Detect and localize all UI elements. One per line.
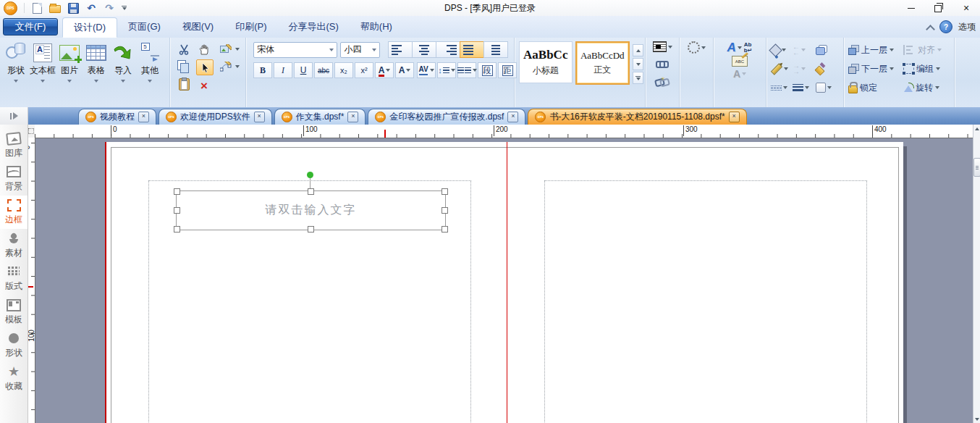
sidebar-item-border[interactable]: 边框	[0, 196, 28, 229]
tab-view[interactable]: 视图(V)	[172, 16, 224, 38]
close-tab-icon[interactable]: ×	[254, 112, 265, 122]
doc-tab-welcome[interactable]: DPS 欢迎使用DPS软件 ×	[159, 109, 272, 125]
resize-handle-w[interactable]	[174, 207, 180, 214]
close-button[interactable]: ×	[952, 0, 980, 16]
insert-other-button[interactable]: 5 其他	[137, 41, 163, 110]
align-center-button[interactable]	[412, 41, 436, 58]
design-canvas[interactable]: 请双击输入文字	[35, 138, 973, 423]
italic-button[interactable]: I	[274, 62, 292, 78]
text-direction-button[interactable]: Abb↵	[744, 42, 753, 54]
scroll-up-icon[interactable]	[974, 126, 979, 131]
group-objects-button[interactable]: 编组	[903, 63, 952, 75]
pan-hand-button[interactable]	[196, 42, 212, 56]
delete-button[interactable]: ×	[196, 78, 212, 93]
resize-handle-e[interactable]	[442, 207, 448, 214]
sidebar-item-favorites[interactable]: ★收藏	[0, 362, 28, 395]
selected-text-box[interactable]: 请双击输入文字	[176, 190, 446, 230]
format-painter-button[interactable]	[816, 64, 825, 74]
edit-text-button[interactable]: ABC	[732, 56, 748, 67]
paste-button[interactable]	[176, 77, 192, 91]
scrollbar-thumb[interactable]	[973, 158, 980, 177]
new-document-button[interactable]	[31, 2, 43, 14]
insert-picture-button[interactable]: 图片	[56, 41, 83, 110]
open-document-button[interactable]	[49, 2, 61, 14]
unlink-textboxes-button[interactable]: ✳	[654, 74, 670, 88]
send-backward-button[interactable]: 下一层	[848, 63, 903, 75]
fill-color-button[interactable]	[771, 46, 786, 55]
copy-button[interactable]	[176, 59, 192, 74]
minimize-button[interactable]	[897, 0, 925, 16]
indent-decrease-button[interactable]: ←←	[793, 44, 806, 56]
resize-handle-sw[interactable]	[174, 226, 180, 233]
lock-button[interactable]: 锁定	[848, 82, 903, 94]
collapse-ribbon-icon[interactable]	[927, 25, 934, 29]
resize-handle-n[interactable]	[308, 188, 314, 195]
node-edit-button[interactable]	[218, 59, 240, 74]
sidebar-item-shape[interactable]: 形状	[0, 329, 28, 362]
dash-style-button[interactable]	[771, 85, 787, 91]
gallery-scroll-down-button[interactable]	[633, 58, 643, 70]
sidebar-item-background[interactable]: 背景	[0, 162, 28, 196]
sidebar-item-layout[interactable]: 版式	[0, 262, 28, 296]
tab-share-export[interactable]: 分享导出(S)	[278, 16, 350, 38]
insert-table-button[interactable]: 表格	[83, 41, 109, 110]
doc-tab-composition[interactable]: DPS 作文集.dpsf* ×	[274, 109, 366, 125]
doc-tab-video-tutorial[interactable]: DPS 视频教程 ×	[78, 109, 156, 125]
options-button[interactable]: 选项	[958, 21, 976, 33]
font-size-select[interactable]: 小四	[340, 42, 380, 58]
restore-button[interactable]	[925, 0, 952, 16]
resize-handle-nw[interactable]	[174, 188, 180, 195]
quick-access-customize-button[interactable]	[122, 6, 127, 10]
text-effect-button[interactable]: A	[395, 62, 414, 78]
tab-print[interactable]: 印刷(P)	[224, 16, 277, 38]
text-style-body[interactable]: AaBbCcDd 正文	[575, 41, 630, 85]
doc-tab-book-active[interactable]: DPS 书-大16开软皮平装-文档20190115-1108.dpsf* ×	[528, 109, 746, 125]
insert-textbox-button[interactable]: A 文本框	[30, 41, 56, 110]
sidebar-item-template[interactable]: 模板	[0, 296, 28, 329]
text-path-button[interactable]	[688, 41, 706, 54]
text-box-placeholder[interactable]: 请双击输入文字	[266, 203, 357, 218]
paragraph-settings-button[interactable]: 段	[478, 62, 497, 78]
sidebar-item-material[interactable]: 素材	[0, 229, 28, 262]
align-right-button[interactable]	[436, 41, 460, 58]
superscript-button[interactable]: x²	[355, 62, 373, 78]
character-spacing-button[interactable]: AV	[417, 62, 436, 78]
layer-style-button[interactable]	[816, 45, 827, 55]
wordart-style-button[interactable]: A	[727, 41, 742, 54]
gallery-scroll-up-button[interactable]	[633, 44, 643, 56]
insert-import-button[interactable]: 导入	[110, 41, 136, 110]
subscript-button[interactable]: x₂	[334, 62, 353, 78]
align-button[interactable]: 对齐	[903, 44, 952, 56]
resize-handle-s[interactable]	[308, 226, 314, 233]
transparency-button[interactable]	[816, 83, 832, 93]
font-color-button[interactable]: A	[375, 62, 394, 78]
rotation-handle[interactable]	[307, 172, 313, 178]
line-weight-button[interactable]	[793, 84, 809, 91]
cut-button[interactable]	[176, 42, 192, 56]
link-textboxes-button[interactable]	[654, 56, 670, 70]
tab-design[interactable]: 设计(D)	[62, 17, 117, 38]
undo-button[interactable]: ↶	[85, 2, 97, 14]
vertical-ruler[interactable]: 0 100	[28, 138, 35, 423]
insert-shape-button[interactable]: 形状	[3, 41, 29, 110]
fit-text-button[interactable]	[483, 41, 508, 58]
line-color-button[interactable]	[771, 67, 788, 72]
close-tab-icon[interactable]: ×	[729, 112, 740, 122]
save-button[interactable]	[67, 2, 79, 14]
resize-handle-se[interactable]	[442, 226, 448, 233]
text-style-subtitle[interactable]: AaBbCc 小标题	[519, 41, 573, 83]
dps-logo-icon[interactable]: DPS	[4, 1, 17, 15]
close-tab-icon[interactable]: ×	[507, 112, 518, 122]
sidebar-item-gallery[interactable]: 图库	[0, 129, 28, 162]
scroll-down-icon[interactable]	[974, 416, 979, 422]
underline-button[interactable]: U	[294, 62, 313, 78]
close-tab-icon[interactable]: ×	[138, 112, 149, 122]
align-left-button[interactable]	[388, 41, 413, 58]
file-menu-button[interactable]: 文件(F)	[3, 18, 58, 35]
redo-button[interactable]: ↷	[104, 2, 115, 14]
bring-forward-button[interactable]: 上一层	[848, 44, 903, 56]
line-spacing-button[interactable]: ↕	[437, 62, 456, 78]
rotate-button[interactable]: 旋转	[903, 82, 952, 94]
columns-button[interactable]	[457, 62, 476, 78]
picture-tool-button[interactable]	[218, 42, 240, 56]
